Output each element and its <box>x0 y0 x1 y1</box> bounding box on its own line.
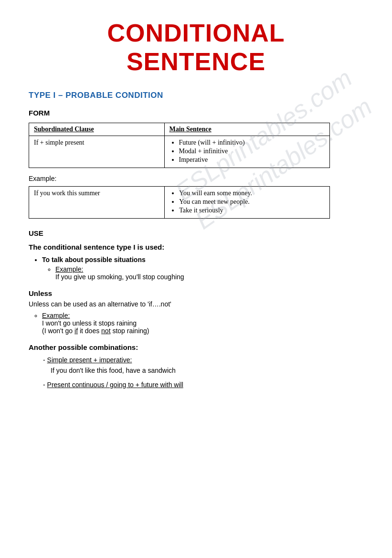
list-item: Imperative <box>179 156 325 164</box>
example-label: Example: <box>29 175 363 182</box>
table-row: If + simple present Future (will + infin… <box>29 136 330 168</box>
unless-text: Unless can be used as an alternative to … <box>29 300 363 308</box>
use-description: The conditional sentence type I is used: <box>29 243 363 251</box>
col2-header: Main Sentence <box>164 123 329 136</box>
form-table: Subordinated Clause Main Sentence If + s… <box>29 123 330 168</box>
combinations-heading: Another possible combinations: <box>29 343 363 351</box>
col1-header: Subordinated Clause <box>29 123 165 136</box>
main-sentence-cell: Future (will + infinitivo) Modal + infin… <box>164 136 329 168</box>
unless-example-label: Example: <box>42 312 70 319</box>
use-label: USE <box>29 229 363 237</box>
list-item: Modal + infinitive <box>179 147 325 155</box>
combination-item: Present continuous / going to + future w… <box>38 381 363 389</box>
table-row: If you work this summer You will earn so… <box>29 186 330 218</box>
page-title: CONDITIONAL SENTENCE <box>29 19 363 76</box>
example-sublabel: Example: <box>55 265 83 273</box>
list-item: You will earn some money. <box>179 190 325 197</box>
subordinated-clause-cell: If + simple present <box>29 136 165 168</box>
example-clause-cell: If you work this summer <box>29 186 165 218</box>
list-item: You can meet new people. <box>179 198 325 206</box>
form-label: FORM <box>29 109 363 117</box>
example-subtext: If you give up smoking, you'll stop coug… <box>55 273 184 281</box>
sub-example-item: Example: If you give up smoking, you'll … <box>55 265 363 281</box>
type-heading: TYPE I – PROBABLE CONDITION <box>29 91 363 100</box>
unless-example-item: Example: I won't go unless it stops rain… <box>42 312 363 335</box>
combination-label-1: Simple present + imperative: <box>47 356 132 364</box>
unless-heading: Unless <box>29 289 363 297</box>
list-item: Take it seriously <box>179 207 325 214</box>
use-bullet-item: To talk about possible situations Exampl… <box>42 256 363 281</box>
unless-example-line2: (I won't go if it does not stop raining) <box>42 327 149 335</box>
example-table: If you work this summer You will earn so… <box>29 186 330 219</box>
unless-example-line1: I won't go unless it stops raining <box>42 319 137 327</box>
example-main-cell: You will earn some money. You can meet n… <box>165 186 330 218</box>
combination-label-2: Present continuous / going to + future w… <box>47 381 183 389</box>
combination-example-1: If you don't like this food, have a sand… <box>51 367 363 374</box>
list-item: Future (will + infinitivo) <box>179 139 325 147</box>
combination-item: Simple present + imperative: If you don'… <box>38 356 363 374</box>
